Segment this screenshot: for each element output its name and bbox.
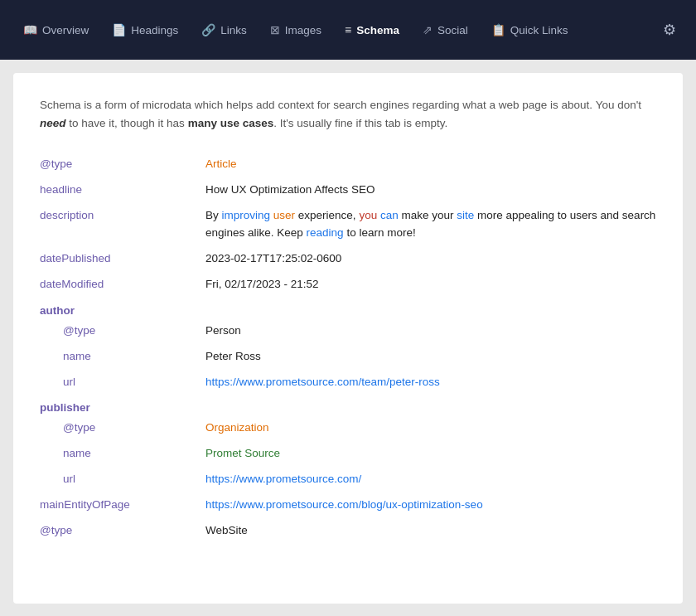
schema-key-author: author [40,303,205,317]
schema-row-author: author [40,298,656,318]
schema-key-type2: @type [40,522,205,536]
schema-row-description: description By improving user experience… [40,203,656,246]
schema-key-datemodified: dateModified [40,276,205,290]
schema-key-publisher-name: name [40,445,205,459]
nav-schema-label: Schema [356,24,399,36]
nav-overview-label: Overview [42,24,89,36]
nav-quicklinks[interactable]: 📋 Quick Links [481,17,578,43]
schema-value-datepublished: 2023-02-17T17:25:02-0600 [205,250,656,268]
schema-key-headline: headline [40,182,205,196]
schema-key-publisher-type: @type [40,420,205,434]
settings-icon[interactable]: ⚙ [656,14,683,46]
schema-row-publisher-type: @type Organization [40,415,656,441]
nav-social-label: Social [437,24,468,36]
content-area: Schema is a form of microdata which help… [13,73,683,604]
schema-value-author-type: Person [205,323,656,340]
schema-key-publisher: publisher [40,400,205,414]
nav-links-label: Links [220,24,247,36]
schema-row-type2: @type WebSite [40,518,656,544]
schema-key-datepublished: datePublished [40,250,205,264]
intro-need: need [40,117,66,129]
schema-row-author-type: @type Person [40,318,656,344]
nav-quicklinks-label: Quick Links [510,24,568,36]
schema-key-author-type: @type [40,323,205,337]
schema-row-publisher: publisher [40,395,656,415]
schema-value-type: Article [205,156,656,173]
schema-value-publisher-type: Organization [205,420,656,437]
schema-value-type2: WebSite [205,522,656,540]
overview-icon: 📖 [23,23,37,36]
nav-social[interactable]: ⇗ Social [413,17,478,43]
schema-value-author-url: https://www.prometsource.com/team/peter-… [205,374,656,391]
social-icon: ⇗ [423,23,433,36]
schema-row-publisher-name: name Promet Source [40,441,656,467]
headings-icon: 📄 [112,23,126,36]
schema-key-publisher-url: url [40,471,205,485]
schema-row-author-name: name Peter Ross [40,344,656,370]
schema-row-mainentity: mainEntityOfPage https://www.prometsourc… [40,492,656,518]
schema-key-author-url: url [40,374,205,388]
nav-overview[interactable]: 📖 Overview [13,17,99,43]
nav-headings[interactable]: 📄 Headings [102,17,188,43]
schema-key-type: @type [40,156,205,170]
nav-links[interactable]: 🔗 Links [191,17,257,43]
schema-value-mainentity: https://www.prometsource.com/blog/ux-opt… [205,497,656,514]
schema-value-description: By improving user experience, you can ma… [205,207,656,242]
schema-row-headline: headline How UX Optimization Affects SEO [40,177,656,203]
intro-use-cases: many use cases [188,117,274,129]
schema-value-headline: How UX Optimization Affects SEO [205,182,656,199]
schema-key-description: description [40,207,205,221]
schema-icon: ≡ [345,23,351,36]
links-icon: 🔗 [201,23,215,36]
schema-row-author-url: url https://www.prometsource.com/team/pe… [40,370,656,395]
nav-images-label: Images [285,24,321,36]
nav-bar: 📖 Overview 📄 Headings 🔗 Links ⊠ Images ≡… [0,0,696,60]
nav-headings-label: Headings [131,24,178,36]
schema-key-author-name: name [40,348,205,362]
schema-row-type: @type Article [40,152,656,177]
images-icon: ⊠ [270,23,280,36]
schema-row-datepublished: datePublished 2023-02-17T17:25:02-0600 [40,246,656,272]
schema-row-datemodified: dateModified Fri, 02/17/2023 - 21:52 [40,272,656,298]
schema-value-publisher-name: Promet Source [205,445,656,463]
schema-key-mainentity: mainEntityOfPage [40,497,205,511]
schema-table: @type Article headline How UX Optimizati… [40,152,656,544]
schema-row-publisher-url: url https://www.prometsource.com/ [40,467,656,492]
schema-value-publisher-url: https://www.prometsource.com/ [205,471,656,488]
nav-schema[interactable]: ≡ Schema [335,17,409,43]
schema-value-datemodified: Fri, 02/17/2023 - 21:52 [205,276,656,293]
nav-images[interactable]: ⊠ Images [260,17,331,43]
intro-text: Schema is a form of microdata which help… [40,96,656,132]
quicklinks-icon: 📋 [491,23,505,36]
schema-value-author-name: Peter Ross [205,348,656,366]
